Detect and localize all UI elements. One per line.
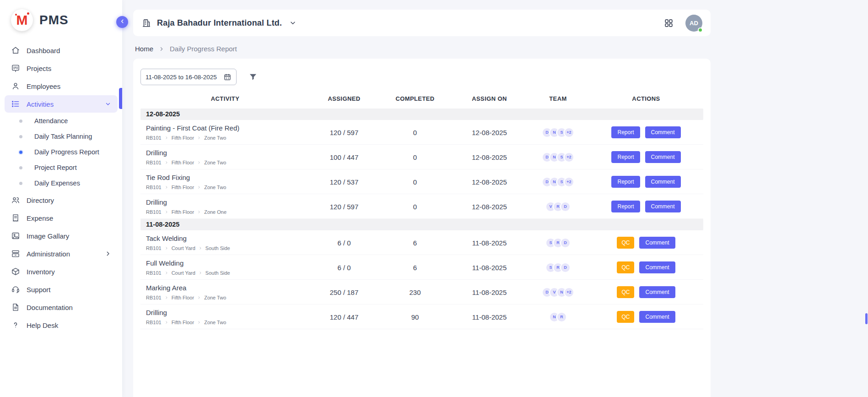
sidebar-item-label: Employees bbox=[27, 82, 60, 90]
activity-name: Full Welding bbox=[146, 259, 310, 267]
sidebar: M PMS DashboardProjectsEmployeesActiviti… bbox=[0, 0, 122, 397]
bullet-dot-icon bbox=[19, 135, 22, 138]
report-button[interactable]: Report bbox=[611, 201, 640, 212]
activity-name: Drilling bbox=[146, 149, 310, 157]
comment-button[interactable]: Comment bbox=[639, 237, 675, 249]
activity-breadcrumb: RB101Fifth FloorZone Two bbox=[146, 295, 310, 300]
path-segment: Fifth Floor bbox=[172, 295, 194, 300]
sidebar-item-label: Documentation bbox=[27, 304, 73, 311]
qc-button[interactable]: QC bbox=[617, 311, 634, 323]
sidebar-subitem-attendance[interactable]: Attendance bbox=[0, 113, 122, 129]
support-icon bbox=[11, 285, 20, 294]
sidebar-item-label: Directory bbox=[27, 196, 54, 204]
home-icon bbox=[11, 46, 20, 55]
qc-button[interactable]: QC bbox=[617, 237, 634, 249]
sidebar-collapse-button[interactable] bbox=[116, 16, 128, 28]
sidebar-item-expense[interactable]: Expense bbox=[5, 209, 118, 227]
sidebar-subitem-daily-progress-report[interactable]: Daily Progress Report bbox=[0, 144, 122, 160]
column-header-team: TEAM bbox=[527, 95, 589, 102]
team-extra-count[interactable]: +2 bbox=[564, 177, 574, 187]
team-avatar[interactable]: D bbox=[560, 201, 571, 212]
comment-button[interactable]: Comment bbox=[639, 286, 675, 298]
sidebar-nav: DashboardProjectsEmployeesActivitiesAtte… bbox=[0, 38, 122, 339]
chevron-down-icon bbox=[105, 101, 111, 107]
column-header-completed: COMPLETED bbox=[378, 95, 452, 102]
team-cell: SRD bbox=[527, 262, 589, 273]
path-segment: South Side bbox=[205, 270, 230, 276]
calendar-icon[interactable] bbox=[223, 73, 232, 81]
bullet-dot-icon bbox=[19, 151, 22, 154]
app-root: M PMS DashboardProjectsEmployeesActiviti… bbox=[0, 0, 868, 397]
team-avatar[interactable]: D bbox=[560, 262, 571, 273]
date-range-input[interactable]: 11-08-2025 to 16-08-2025 bbox=[140, 69, 237, 85]
inventory-icon bbox=[11, 267, 20, 276]
sidebar-item-inventory[interactable]: Inventory bbox=[5, 263, 118, 280]
user-avatar[interactable]: AD bbox=[685, 15, 702, 32]
assigned-value: 120 / 447 bbox=[310, 313, 378, 321]
expense-icon bbox=[11, 213, 20, 223]
report-button[interactable]: Report bbox=[611, 151, 640, 163]
active-item-indicator bbox=[119, 88, 122, 109]
filter-funnel-icon[interactable] bbox=[248, 72, 258, 82]
report-button[interactable]: Report bbox=[611, 176, 640, 188]
topbar: Raja Bahadur International Ltd. AD bbox=[133, 10, 711, 36]
comment-button[interactable]: Comment bbox=[645, 201, 681, 212]
sidebar-item-image-gallary[interactable]: Image Gallary bbox=[5, 227, 118, 245]
sidebar-subitem-project-report[interactable]: Project Report bbox=[0, 160, 122, 175]
team-extra-count[interactable]: +2 bbox=[564, 152, 574, 163]
sidebar-item-dashboard[interactable]: Dashboard bbox=[5, 42, 118, 59]
path-segment: RB101 bbox=[146, 185, 162, 190]
team-avatar[interactable]: R bbox=[556, 312, 567, 322]
sidebar-subitem-daily-expenses[interactable]: Daily Expenses bbox=[0, 175, 122, 191]
completed-value: 6 bbox=[378, 239, 452, 247]
sidebar-item-directory[interactable]: Directory bbox=[5, 191, 118, 209]
chevron-right-icon bbox=[197, 321, 201, 324]
path-segment: Fifth Floor bbox=[172, 320, 194, 325]
path-segment: Zone Two bbox=[204, 185, 226, 190]
comment-button[interactable]: Comment bbox=[645, 151, 681, 163]
team-extra-count[interactable]: +2 bbox=[564, 287, 574, 298]
activity-breadcrumb: RB101Court YardSouth Side bbox=[146, 245, 310, 251]
comment-button[interactable]: Comment bbox=[645, 176, 681, 188]
report-button[interactable]: Report bbox=[611, 126, 640, 138]
team-avatar[interactable]: D bbox=[560, 238, 571, 248]
qc-button[interactable]: QC bbox=[617, 261, 634, 273]
sidebar-item-support[interactable]: Support bbox=[5, 281, 118, 298]
scrollbar-thumb[interactable] bbox=[865, 313, 868, 324]
path-segment: RB101 bbox=[146, 270, 162, 276]
activity-name: Drilling bbox=[146, 198, 310, 206]
company-selector[interactable]: Raja Bahadur International Ltd. bbox=[157, 18, 282, 28]
sidebar-item-employees[interactable]: Employees bbox=[5, 77, 118, 95]
main-area: Raja Bahadur International Ltd. AD Home bbox=[122, 0, 868, 397]
comment-button[interactable]: Comment bbox=[639, 311, 675, 323]
logo-mark-icon: M bbox=[11, 9, 33, 31]
sidebar-item-documentation[interactable]: Documentation bbox=[5, 299, 118, 316]
completed-value: 0 bbox=[378, 178, 452, 186]
qc-button[interactable]: QC bbox=[617, 286, 634, 298]
chevron-down-icon[interactable] bbox=[289, 19, 297, 27]
avatar-initials: AD bbox=[690, 20, 698, 27]
activity-breadcrumb: RB101Fifth FloorZone Two bbox=[146, 135, 310, 141]
completed-value: 90 bbox=[378, 313, 452, 321]
sidebar-item-projects[interactable]: Projects bbox=[5, 60, 118, 77]
apps-grid-icon[interactable] bbox=[664, 18, 674, 28]
assign-on-value: 12-08-2025 bbox=[452, 178, 527, 186]
comment-button[interactable]: Comment bbox=[645, 126, 681, 138]
team-extra-count[interactable]: +2 bbox=[564, 127, 574, 138]
sidebar-subitem-daily-task-planning[interactable]: Daily Task Planning bbox=[0, 129, 122, 144]
breadcrumb-home-link[interactable]: Home bbox=[135, 45, 153, 53]
column-header-assign-on: ASSIGN ON bbox=[452, 95, 527, 102]
table-body: 12-08-2025 Painting - First Coat (Fire R… bbox=[140, 109, 703, 329]
sidebar-item-label: Support bbox=[27, 286, 51, 294]
chevron-right-icon bbox=[165, 271, 168, 275]
activity-cell: Painting - First Coat (Fire Red) RB101Fi… bbox=[140, 124, 310, 141]
sidebar-item-help-desk[interactable]: Help Desk bbox=[5, 316, 118, 334]
assigned-value: 6 / 0 bbox=[310, 239, 378, 247]
comment-button[interactable]: Comment bbox=[639, 261, 675, 273]
table-row: Marking Area RB101Fifth FloorZone Two 25… bbox=[140, 280, 703, 305]
sidebar-item-administration[interactable]: Administration bbox=[5, 245, 118, 262]
assign-on-value: 11-08-2025 bbox=[452, 313, 527, 321]
chevron-right-icon bbox=[165, 210, 168, 214]
sidebar-item-activities[interactable]: Activities bbox=[5, 95, 118, 113]
completed-value: 0 bbox=[378, 203, 452, 211]
